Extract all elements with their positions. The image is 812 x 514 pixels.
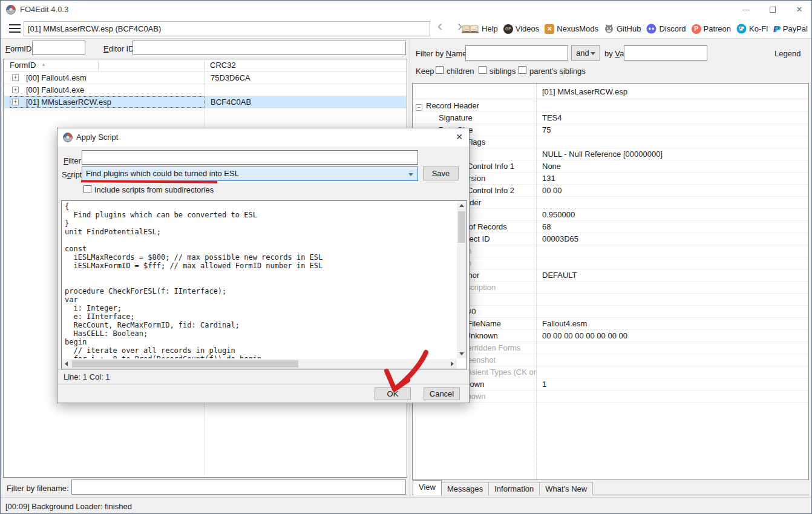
record-row[interactable]: −HEDR - Header	[413, 197, 808, 209]
keep-children-checkbox[interactable]	[436, 66, 444, 74]
sort-asc-icon: ▲	[41, 62, 46, 67]
plugin-name: [00] Fallout4.exe	[26, 85, 84, 94]
script-code[interactable]: { Find plugins which can be converted to…	[62, 201, 456, 358]
vscroll-thumb[interactable]	[458, 211, 465, 243]
videos-link[interactable]: GPVideos	[503, 24, 540, 34]
record-row[interactable]: INTV - Unknown1	[413, 378, 808, 390]
plugin-name: [00] Fallout4.esm	[26, 73, 87, 82]
formid-label: FormID	[5, 44, 31, 53]
paypal-link[interactable]: PPPayPal	[773, 24, 808, 34]
record-field-value	[536, 366, 542, 378]
close-icon[interactable]: ✕	[786, 1, 812, 19]
tab-messages[interactable]: Messages	[441, 482, 489, 495]
bottom-tabs: ViewMessagesInformationWhat's New	[413, 479, 592, 495]
record-row[interactable]: Data Size75	[413, 124, 808, 136]
patreon-link[interactable]: PPatreon	[692, 24, 732, 34]
nexusmods-link[interactable]: ✕NexusMods	[545, 24, 598, 34]
record-row[interactable]: FormIDNULL - Null Reference [00000000]	[413, 148, 808, 160]
filename-filter-input[interactable]	[71, 479, 406, 495]
kofi-link[interactable]: Ko-Fi	[736, 24, 768, 34]
filename-filter-label: Filter by filename:	[7, 484, 69, 493]
tab-view[interactable]: View	[413, 480, 442, 495]
record-row[interactable]: SignatureTES4	[413, 112, 808, 124]
record-field-value: 68	[536, 221, 551, 232]
record-row[interactable]: MAST - FileNameFallout4.esm	[413, 318, 808, 330]
record-row[interactable]: −Record Header	[413, 100, 808, 112]
discord-label: Discord	[659, 24, 686, 33]
record-row[interactable]: DATA - Unknown00 00 00 00 00 00 00 00	[413, 330, 808, 342]
github-label: GitHub	[617, 24, 641, 33]
tree-row[interactable]: +[00] Fallout4.exe	[4, 84, 406, 96]
minimize-icon[interactable]	[733, 1, 759, 19]
record-row[interactable]: SCRN - Screenshot	[413, 354, 808, 366]
legend-label[interactable]: Legend	[774, 49, 801, 58]
record-field-name: Signature	[413, 112, 536, 124]
record-row[interactable]: Unknown	[413, 257, 808, 269]
dialog-filter-input[interactable]	[82, 150, 418, 165]
dialog-close-icon[interactable]: ✕	[456, 132, 463, 142]
collapse-minus-icon[interactable]: −	[416, 104, 422, 111]
main-toolbar: [01] MMsLaserRCW.esp (BCF4C0AB) ‹ › Help…	[1, 19, 812, 39]
record-row[interactable]: TNAM - Transient Types (CK only)	[413, 366, 808, 378]
hscroll-thumb[interactable]	[72, 360, 298, 367]
record-row[interactable]: CNAM - AuthorDEFAULT	[413, 269, 808, 282]
record-row[interactable]: Unknown	[413, 245, 808, 257]
formid-input[interactable]	[32, 41, 85, 55]
cancel-button[interactable]: Cancel	[424, 387, 460, 400]
help-link[interactable]: Help	[461, 24, 498, 34]
expand-plus-icon[interactable]: +	[12, 87, 19, 93]
discord-link[interactable]: Discord	[646, 24, 686, 34]
tree-header[interactable]: FormID ▲ CRC32	[4, 59, 407, 72]
record-row[interactable]: Version0.950000	[413, 209, 808, 221]
record-row[interactable]: −Master File #0	[413, 306, 808, 318]
editorid-input[interactable]	[133, 41, 406, 55]
ok-button[interactable]: OK	[375, 387, 411, 400]
scroll-down-icon[interactable]	[459, 352, 464, 355]
record-row[interactable]: Number of Records68	[413, 221, 808, 233]
record-field-value: 131	[536, 173, 555, 184]
back-chevron-icon[interactable]: ‹	[437, 18, 442, 35]
record-row[interactable]: Form Version131	[413, 173, 808, 185]
scroll-right-icon[interactable]	[451, 361, 454, 366]
scroll-up-icon[interactable]	[459, 204, 464, 207]
record-row[interactable]: ONAM - Overridden Forms	[413, 342, 808, 354]
fo4edit-window: FO4Edit 4.0.3 ✕ [01] MMsLaserRCW.esp (BC…	[0, 0, 812, 514]
record-row[interactable]: SNAM - Description	[413, 282, 808, 294]
record-row[interactable]	[413, 294, 808, 306]
record-field-value: NULL - Null Reference [00000000]	[536, 148, 663, 160]
github-link[interactable]: GitHub	[604, 24, 641, 34]
record-field-value: 00003D65	[536, 233, 578, 245]
record-row[interactable]: Next Object ID00003D65	[413, 233, 808, 245]
record-column-header[interactable]: [01] MMsLaserRCW.esp	[413, 86, 808, 99]
expand-plus-icon[interactable]: +	[12, 74, 19, 81]
help-label: Help	[482, 24, 498, 33]
record-field-value	[536, 282, 542, 293]
filter-value-input[interactable]	[624, 45, 707, 61]
subdirectories-checkbox[interactable]	[83, 185, 91, 193]
plugin-selector-combobox[interactable]: [01] MMsLaserRCW.esp (BCF4C0AB)	[24, 21, 430, 36]
tree-row[interactable]: +[00] Fallout4.esm75D3D6CA	[4, 72, 406, 84]
filter-operator-select[interactable]: and	[571, 45, 600, 61]
code-vertical-scrollbar[interactable]	[457, 201, 467, 358]
record-row[interactable]: INCC - Unknown	[413, 390, 808, 403]
tab-what-s-new[interactable]: What's New	[539, 482, 593, 495]
maximize-icon[interactable]	[759, 1, 786, 19]
keep-parents-siblings-checkbox[interactable]	[519, 66, 526, 74]
kofi-icon	[736, 24, 747, 34]
save-button[interactable]: Save	[423, 166, 459, 180]
tree-row[interactable]: +[01] MMsLaserRCW.espBCF4C0AB	[4, 96, 406, 108]
record-row[interactable]: Version Control Info 200 00	[413, 185, 808, 197]
record-row[interactable]: Record Flags	[413, 136, 808, 148]
expand-plus-icon[interactable]: +	[12, 99, 19, 105]
scroll-left-icon[interactable]	[65, 361, 68, 366]
record-field-value: 00 00	[536, 185, 562, 196]
dialog-title-bar: Apply Script ✕	[57, 128, 469, 147]
code-horizontal-scrollbar[interactable]	[62, 359, 457, 369]
menu-icon[interactable]	[9, 24, 21, 33]
filter-name-input[interactable]	[465, 45, 568, 61]
script-combobox[interactable]: Find plugins which could be turned into …	[82, 166, 418, 181]
record-field-value	[536, 306, 542, 317]
keep-siblings-checkbox[interactable]	[479, 66, 486, 74]
record-row[interactable]: Version Control Info 1None	[413, 160, 808, 173]
tab-information[interactable]: Information	[488, 482, 540, 495]
